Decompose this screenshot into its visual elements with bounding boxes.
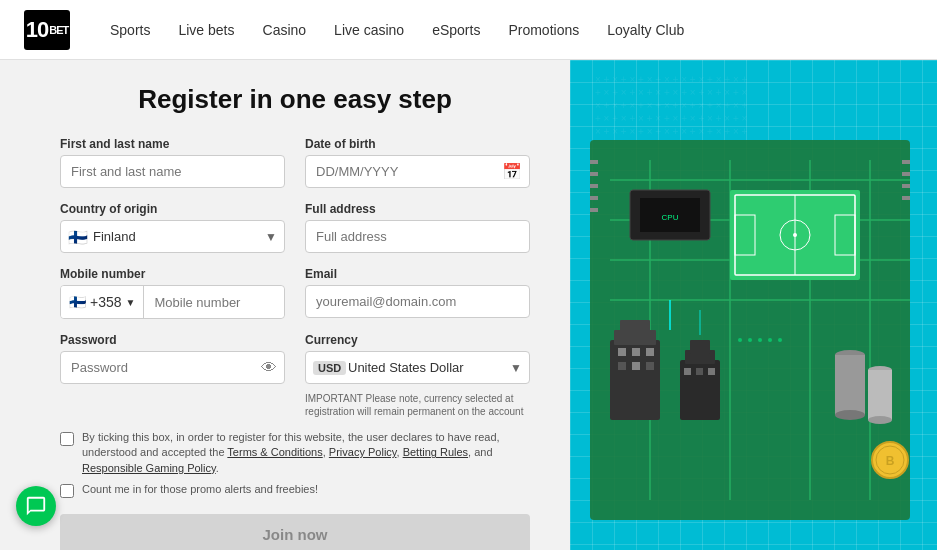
full-address-label: Full address bbox=[305, 202, 530, 216]
password-input[interactable] bbox=[60, 351, 285, 384]
terms-link[interactable]: Terms & Conditions bbox=[227, 446, 322, 458]
phone-flag: 🇫🇮 bbox=[69, 294, 86, 310]
chat-widget[interactable] bbox=[16, 486, 56, 526]
circuit-svg: CPU bbox=[570, 60, 937, 550]
first-last-name-input[interactable] bbox=[60, 155, 285, 188]
password-group: Password 👁 bbox=[60, 333, 285, 418]
password-label: Password bbox=[60, 333, 285, 347]
phone-wrapper: 🇫🇮 +358 ▼ bbox=[60, 285, 285, 319]
privacy-link[interactable]: Privacy Policy bbox=[329, 446, 397, 458]
nav-loyalty-club[interactable]: Loyalty Club bbox=[607, 22, 684, 38]
password-wrapper: 👁 bbox=[60, 351, 285, 384]
checkbox-section: By ticking this box, in order to registe… bbox=[60, 430, 530, 498]
svg-rect-32 bbox=[696, 368, 703, 375]
svg-rect-38 bbox=[868, 370, 892, 420]
mobile-number-label: Mobile number bbox=[60, 267, 285, 281]
terms-label[interactable]: By ticking this box, in order to registe… bbox=[82, 430, 530, 476]
currency-select[interactable]: United States Dollar bbox=[305, 351, 530, 384]
join-now-button[interactable]: Join now bbox=[60, 514, 530, 550]
country-select-wrapper: 🇫🇮 Finland ▼ bbox=[60, 220, 285, 253]
nav-casino[interactable]: Casino bbox=[263, 22, 307, 38]
svg-text:× + × + × + × + × + × + × + × : × + × + × + × + × + × + × + × + × + bbox=[595, 126, 748, 137]
promo-checkbox[interactable] bbox=[60, 484, 74, 498]
registration-form-section: Register in one easy step First and last… bbox=[0, 60, 570, 550]
first-last-name-label: First and last name bbox=[60, 137, 285, 151]
currency-group: Currency USD United States Dollar ▼ IMPO… bbox=[305, 333, 530, 418]
eye-icon[interactable]: 👁 bbox=[261, 359, 277, 377]
svg-point-39 bbox=[868, 416, 892, 424]
email-input[interactable] bbox=[305, 285, 530, 318]
country-select[interactable]: Finland bbox=[60, 220, 285, 253]
form-title: Register in one easy step bbox=[60, 84, 530, 115]
svg-point-36 bbox=[835, 410, 865, 420]
svg-text:+ × + × + × + × + × + × + × + : + × + × + × + × + × + × + × + × + × bbox=[595, 113, 748, 124]
svg-point-44 bbox=[748, 338, 752, 342]
responsible-gaming-link[interactable]: Responsible Gaming Policy bbox=[82, 462, 216, 474]
terms-checkbox[interactable] bbox=[60, 432, 74, 446]
header: 10BET Sports Live bets Casino Live casin… bbox=[0, 0, 937, 60]
svg-rect-55 bbox=[902, 160, 910, 164]
svg-rect-56 bbox=[902, 172, 910, 176]
main-content: Register in one easy step First and last… bbox=[0, 60, 937, 550]
nav-live-casino[interactable]: Live casino bbox=[334, 22, 404, 38]
circuit-illustration: CPU bbox=[570, 60, 937, 550]
svg-rect-52 bbox=[590, 184, 598, 188]
svg-rect-22 bbox=[618, 348, 626, 356]
first-last-name-group: First and last name bbox=[60, 137, 285, 188]
mobile-number-group: Mobile number 🇫🇮 +358 ▼ bbox=[60, 267, 285, 319]
phone-number-input[interactable] bbox=[144, 286, 284, 318]
svg-rect-54 bbox=[590, 208, 598, 212]
svg-point-16 bbox=[793, 233, 797, 237]
nav-esports[interactable]: eSports bbox=[432, 22, 480, 38]
svg-rect-53 bbox=[590, 196, 598, 200]
svg-point-47 bbox=[778, 338, 782, 342]
svg-rect-27 bbox=[646, 362, 654, 370]
promo-checkbox-row: Count me in for those promo alerts and f… bbox=[60, 482, 530, 498]
logo[interactable]: 10BET bbox=[24, 10, 70, 50]
svg-point-45 bbox=[758, 338, 762, 342]
betting-rules-link[interactable]: Betting Rules bbox=[403, 446, 468, 458]
country-group: Country of origin 🇫🇮 Finland ▼ bbox=[60, 202, 285, 253]
full-address-group: Full address bbox=[305, 202, 530, 253]
decorative-banner: CPU bbox=[570, 60, 937, 550]
svg-text:CPU: CPU bbox=[662, 213, 679, 222]
terms-checkbox-row: By ticking this box, in order to registe… bbox=[60, 430, 530, 476]
nav-live-bets[interactable]: Live bets bbox=[178, 22, 234, 38]
chat-icon bbox=[25, 495, 47, 517]
date-wrapper: 📅 bbox=[305, 155, 530, 188]
svg-rect-26 bbox=[632, 362, 640, 370]
currency-select-wrapper: USD United States Dollar ▼ bbox=[305, 351, 530, 384]
date-of-birth-group: Date of birth 📅 bbox=[305, 137, 530, 188]
svg-rect-58 bbox=[902, 196, 910, 200]
svg-rect-30 bbox=[690, 340, 710, 354]
phone-code: +358 bbox=[90, 294, 122, 310]
svg-point-43 bbox=[738, 338, 742, 342]
svg-rect-21 bbox=[620, 320, 650, 335]
main-nav: Sports Live bets Casino Live casino eSpo… bbox=[110, 22, 684, 38]
svg-rect-23 bbox=[632, 348, 640, 356]
svg-text:B: B bbox=[886, 454, 895, 468]
currency-note: IMPORTANT Please note, currency selected… bbox=[305, 392, 530, 418]
svg-rect-51 bbox=[590, 172, 598, 176]
email-label: Email bbox=[305, 267, 530, 281]
svg-rect-57 bbox=[902, 184, 910, 188]
email-group: Email bbox=[305, 267, 530, 319]
promo-label[interactable]: Count me in for those promo alerts and f… bbox=[82, 482, 318, 497]
svg-rect-24 bbox=[646, 348, 654, 356]
svg-rect-25 bbox=[618, 362, 626, 370]
date-of-birth-input[interactable] bbox=[305, 155, 530, 188]
date-of-birth-label: Date of birth bbox=[305, 137, 530, 151]
svg-text:× + × + × + × + × + × + × + × : × + × + × + × + × + × + × + × + × + bbox=[595, 74, 748, 85]
currency-label: Currency bbox=[305, 333, 530, 347]
full-address-input[interactable] bbox=[305, 220, 530, 253]
phone-prefix-selector[interactable]: 🇫🇮 +358 ▼ bbox=[61, 286, 144, 318]
nav-promotions[interactable]: Promotions bbox=[508, 22, 579, 38]
svg-rect-50 bbox=[590, 160, 598, 164]
prefix-chevron-icon: ▼ bbox=[126, 297, 136, 308]
svg-text:× + × + × + × + × + × + × + × : × + × + × + × + × + × + × + × + × + bbox=[595, 100, 748, 111]
svg-rect-35 bbox=[835, 355, 865, 415]
svg-point-46 bbox=[768, 338, 772, 342]
logo-mark: 10BET bbox=[24, 10, 70, 50]
nav-sports[interactable]: Sports bbox=[110, 22, 150, 38]
form-grid: First and last name Date of birth 📅 Coun… bbox=[60, 137, 530, 418]
